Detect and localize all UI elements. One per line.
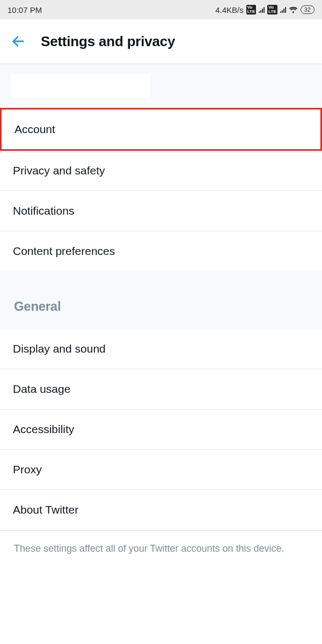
app-header: Settings and privacy: [0, 19, 322, 63]
status-bar: 10:07 PM 4.4KB/s VoLTE VoLTE 32: [0, 0, 322, 19]
wifi-icon: [289, 6, 298, 13]
status-right: 4.4KB/s VoLTE VoLTE 32: [215, 5, 314, 14]
list-item-label: Accessibility: [13, 423, 74, 435]
signal-bars-icon: [259, 6, 265, 13]
list-item-label: Proxy: [13, 463, 42, 475]
settings-item-content-preferences[interactable]: Content preferences: [0, 231, 322, 271]
settings-item-display-sound[interactable]: Display and sound: [0, 329, 322, 369]
username-placeholder: [11, 74, 150, 98]
section-heading: General: [14, 299, 308, 314]
general-section: Display and sound Data usage Accessibili…: [0, 329, 322, 568]
list-item-label: Notifications: [13, 204, 74, 217]
username-area: [0, 63, 322, 108]
settings-item-account[interactable]: Account: [0, 108, 322, 151]
volte-icon: VoLTE: [267, 5, 277, 14]
settings-item-notifications[interactable]: Notifications: [0, 191, 322, 231]
data-speed: 4.4KB/s: [215, 5, 244, 14]
status-time: 10:07 PM: [8, 5, 42, 14]
settings-item-proxy[interactable]: Proxy: [0, 450, 322, 490]
back-button[interactable]: [11, 34, 27, 49]
list-item-label: About Twitter: [13, 503, 78, 516]
list-item-label: Privacy and safety: [13, 164, 105, 177]
volte-icon: VoLTE: [246, 5, 257, 14]
settings-item-data-usage[interactable]: Data usage: [0, 369, 322, 409]
battery-icon: 32: [301, 5, 314, 14]
list-item-label: Account: [14, 123, 55, 135]
list-item-label: Data usage: [13, 383, 70, 395]
list-item-label: Display and sound: [13, 342, 106, 355]
list-item-label: Content preferences: [13, 245, 115, 257]
account-section: Account Privacy and safety Notifications…: [0, 108, 322, 271]
settings-item-privacy-safety[interactable]: Privacy and safety: [0, 151, 322, 191]
settings-item-accessibility[interactable]: Accessibility: [0, 409, 322, 450]
settings-item-about-twitter[interactable]: About Twitter: [0, 490, 322, 530]
page-title: Settings and privacy: [41, 33, 175, 50]
general-section-header: General: [0, 271, 322, 329]
signal-bars-icon: [280, 6, 286, 13]
general-footer-note: These settings affect all of your Twitte…: [0, 530, 322, 568]
